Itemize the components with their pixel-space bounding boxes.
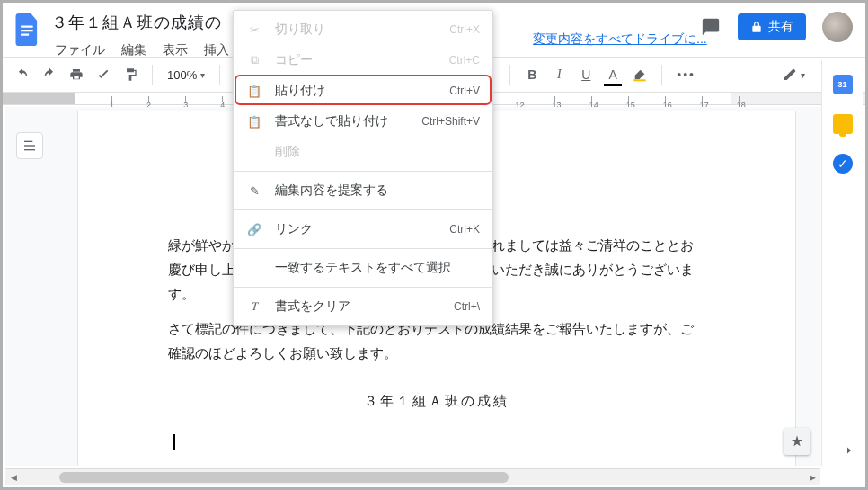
link-icon: 🔗: [246, 223, 262, 236]
paste-plain-icon: 📋: [246, 115, 262, 129]
scroll-left-arrow[interactable]: ◀: [5, 469, 22, 486]
doc-subtitle: ３年１組Ａ班の成績: [168, 388, 705, 413]
docs-logo-icon[interactable]: [12, 10, 44, 49]
clear-format-icon: 𝑇: [246, 299, 262, 314]
toolbar-overflow-button[interactable]: •••: [673, 63, 699, 86]
share-button-label: 共有: [768, 19, 793, 35]
side-panel: 31 ✓: [821, 60, 863, 466]
text-cursor: [168, 429, 705, 453]
menu-file[interactable]: ファイル: [48, 39, 112, 62]
explore-button[interactable]: [784, 428, 810, 455]
italic-button[interactable]: I: [548, 63, 570, 86]
bold-button[interactable]: B: [521, 63, 543, 86]
sidepanel-collapse-button[interactable]: [839, 441, 859, 460]
underline-button[interactable]: U: [575, 63, 597, 86]
tasks-addon-icon[interactable]: ✓: [833, 154, 853, 174]
paste-icon: 📋: [246, 85, 262, 98]
account-avatar[interactable]: [822, 12, 853, 42]
menu-view[interactable]: 表示: [155, 39, 195, 62]
print-button[interactable]: [66, 63, 87, 86]
svg-rect-6: [24, 149, 35, 150]
svg-rect-5: [24, 145, 35, 146]
svg-rect-3: [634, 79, 646, 81]
svg-rect-1: [21, 30, 33, 31]
highlight-color-button[interactable]: [629, 63, 651, 86]
context-menu-cut: ✂ 切り取り Ctrl+X: [234, 14, 492, 45]
paint-format-button[interactable]: [120, 63, 141, 86]
spellcheck-button[interactable]: [93, 63, 114, 86]
context-menu-clear-format[interactable]: 𝑇 書式をクリア Ctrl+\: [234, 291, 492, 322]
copy-icon: ⧉: [246, 53, 262, 67]
zoom-select[interactable]: 100%: [164, 63, 208, 86]
keep-addon-icon[interactable]: [833, 114, 853, 134]
outline-toggle-button[interactable]: [16, 132, 43, 159]
scroll-thumb[interactable]: [59, 472, 509, 483]
svg-rect-2: [21, 34, 29, 36]
horizontal-scrollbar[interactable]: ◀ ▶: [5, 468, 820, 485]
svg-rect-4: [24, 141, 32, 142]
context-menu-paste-plain[interactable]: 📋 書式なしで貼り付け Ctrl+Shift+V: [234, 106, 492, 137]
text-color-button[interactable]: A: [602, 63, 624, 86]
menubar: ファイル 編集 表示 挿入: [48, 39, 236, 62]
context-menu-paste[interactable]: 📋 貼り付け Ctrl+V: [234, 76, 492, 106]
context-menu-copy: ⧉ コピー Ctrl+C: [234, 45, 492, 76]
suggest-icon: ✎: [246, 184, 262, 198]
redo-button[interactable]: [39, 63, 60, 86]
context-menu-delete: 削除: [234, 137, 492, 167]
menu-insert[interactable]: 挿入: [197, 39, 236, 62]
editing-mode-button[interactable]: [779, 63, 809, 86]
share-button[interactable]: 共有: [738, 13, 806, 40]
save-status-link[interactable]: 変更内容をすべてドライブに...: [533, 31, 707, 48]
comments-icon[interactable]: [700, 16, 722, 38]
context-menu-select-matching[interactable]: 一致するテキストをすべて選択: [234, 253, 492, 283]
cut-icon: ✂: [246, 23, 262, 37]
context-menu: ✂ 切り取り Ctrl+X ⧉ コピー Ctrl+C 📋 貼り付け Ctrl+V…: [233, 10, 493, 326]
svg-rect-0: [21, 26, 33, 28]
document-title[interactable]: ３年１組Ａ班の成績の: [48, 10, 236, 35]
scroll-right-arrow[interactable]: ▶: [804, 469, 820, 486]
context-menu-link[interactable]: 🔗 リンク Ctrl+K: [234, 214, 492, 245]
undo-button[interactable]: [12, 63, 33, 86]
calendar-addon-icon[interactable]: 31: [833, 75, 853, 94]
menu-edit[interactable]: 編集: [114, 39, 154, 62]
context-menu-suggest[interactable]: ✎ 編集内容を提案する: [234, 175, 492, 206]
